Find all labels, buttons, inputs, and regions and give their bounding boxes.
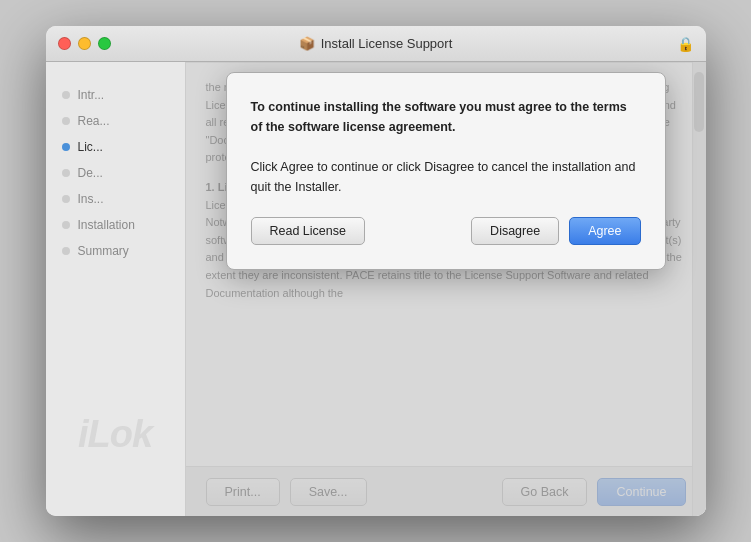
agree-button[interactable]: Agree [569, 217, 640, 245]
traffic-lights [58, 37, 111, 50]
sidebar-item-label: Lic... [78, 140, 103, 154]
window-title: 📦 Install License Support [299, 36, 453, 51]
sidebar-item-label: Ins... [78, 192, 104, 206]
content-area: Intr... Rea... Lic... De... Ins... Insta… [46, 62, 706, 516]
modal-body: Click Agree to continue or click Disagre… [251, 160, 636, 194]
minimize-button[interactable] [78, 37, 91, 50]
sidebar-item-label: Rea... [78, 114, 110, 128]
sidebar-item-installation[interactable]: Installation [46, 212, 185, 238]
lock-icon: 🔒 [677, 36, 694, 52]
main-panel: To continue installing the software you … [186, 62, 706, 516]
sidebar-item-license[interactable]: Lic... [46, 134, 185, 160]
close-button[interactable] [58, 37, 71, 50]
modal-overlay: To continue installing the software you … [186, 62, 706, 516]
maximize-button[interactable] [98, 37, 111, 50]
sidebar-item-readme[interactable]: Rea... [46, 108, 185, 134]
sidebar-item-label: Installation [78, 218, 135, 232]
read-license-button[interactable]: Read License [251, 217, 365, 245]
license-modal: To continue installing the software you … [226, 72, 666, 270]
sidebar-item-label: Summary [78, 244, 129, 258]
installer-window: 📦 Install License Support 🔒 Intr... Rea.… [46, 26, 706, 516]
sidebar-dot [62, 247, 70, 255]
title-bar: 📦 Install License Support 🔒 [46, 26, 706, 62]
modal-buttons: Read License Disagree Agree [251, 217, 641, 245]
sidebar-item-summary[interactable]: Summary [46, 238, 185, 264]
modal-heading: To continue installing the software you … [251, 100, 627, 134]
sidebar-dot [62, 221, 70, 229]
sidebar: Intr... Rea... Lic... De... Ins... Insta… [46, 62, 186, 516]
sidebar-item-introduction[interactable]: Intr... [46, 82, 185, 108]
sidebar-dot [62, 195, 70, 203]
disagree-button[interactable]: Disagree [471, 217, 559, 245]
sidebar-dot [62, 117, 70, 125]
sidebar-dot [62, 143, 70, 151]
sidebar-item-label: De... [78, 166, 103, 180]
sidebar-item-install-type[interactable]: Ins... [46, 186, 185, 212]
sidebar-dot [62, 91, 70, 99]
app-icon: 📦 [299, 36, 315, 51]
ilok-watermark: iLok [78, 413, 152, 456]
sidebar-item-destination[interactable]: De... [46, 160, 185, 186]
sidebar-dot [62, 169, 70, 177]
modal-text: To continue installing the software you … [251, 97, 641, 197]
sidebar-item-label: Intr... [78, 88, 105, 102]
